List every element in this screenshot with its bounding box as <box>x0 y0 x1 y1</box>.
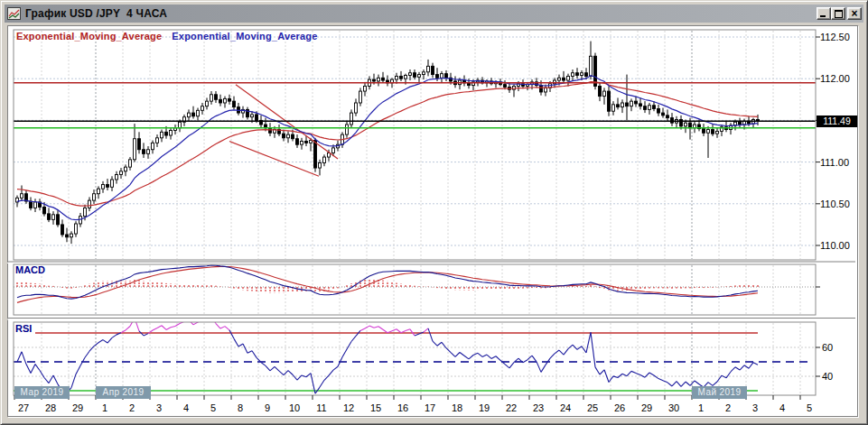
rsi-panel-label: RSI <box>15 323 32 334</box>
close-button[interactable] <box>847 7 862 20</box>
minimize-button[interactable] <box>817 7 831 20</box>
current-price-badge: 111.49 <box>817 115 857 127</box>
chart-window: График USD /JPY 4 ЧАСА Exponential_Movin… <box>0 0 868 425</box>
macd-panel-label: MACD <box>15 264 45 275</box>
maximize-button[interactable] <box>831 7 845 20</box>
minimize-icon <box>820 15 826 17</box>
title-bar[interactable]: График USD /JPY 4 ЧАСА <box>5 5 863 23</box>
price-chart-canvas[interactable] <box>1 1 868 425</box>
window-title: График USD /JPY 4 ЧАСА <box>25 7 167 20</box>
indicator-legend: Exponential_Moving_Average Exponential_M… <box>16 31 318 42</box>
maximize-icon <box>835 10 843 18</box>
chart-icon <box>7 7 21 20</box>
legend-ema-fast: Exponential_Moving_Average <box>16 31 162 42</box>
legend-ema-slow: Exponential_Moving_Average <box>172 31 317 42</box>
